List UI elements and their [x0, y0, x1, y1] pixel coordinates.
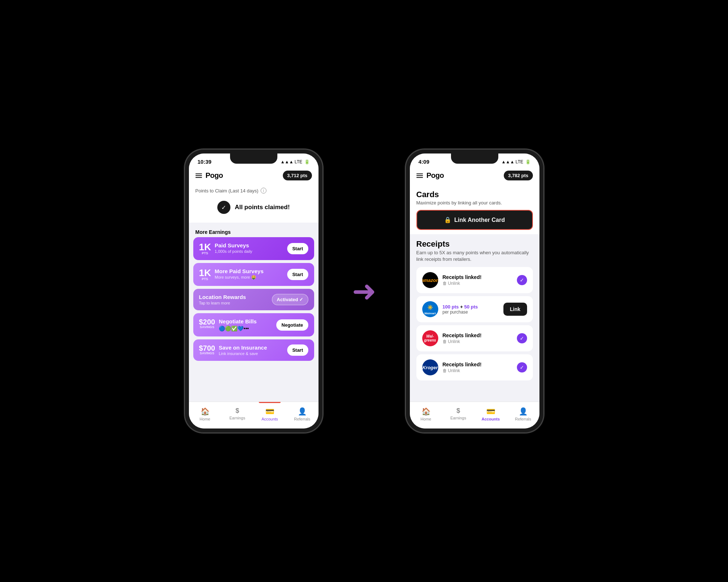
walgreens-logo: Wal-greens — [422, 330, 438, 346]
signal-icon-2: ▲▲▲ LTE — [501, 159, 523, 164]
info-icon: i — [261, 188, 266, 194]
nav-earnings-1[interactable]: $ Earnings — [221, 406, 254, 423]
trash-icon-walgreens: 🗑 — [443, 339, 447, 344]
pts-amount-surveys: 1KPTS — [199, 242, 211, 255]
status-icons-1: ▲▲▲ LTE 🔋 — [280, 159, 309, 164]
phone-1-screen: 10:39 ▲▲▲ LTE 🔋 Pogo 3,712 pts — [189, 154, 318, 428]
home-label-2: Home — [420, 417, 431, 421]
earning-card-more-surveys: 1KPTS More Paid Surveys More surveys, mo… — [193, 263, 314, 286]
earnings-icon-1: $ — [236, 407, 239, 415]
points-section: Points to Claim (Last 14 days) i ✓ All p… — [189, 184, 318, 223]
home-icon-2: 🏠 — [422, 407, 431, 416]
walmart-per: per purchase — [443, 310, 499, 315]
earning-card-location: Location Rewards Tap to learn more Activ… — [193, 289, 314, 310]
amazon-status: Receipts linked! — [443, 274, 513, 280]
kroger-status: Receipts linked! — [443, 362, 513, 367]
earning-card-negotiate: $200SAVINGS Negotiate Bills 🔵🟢✅💙••• Nego… — [193, 313, 314, 336]
kroger-unlink[interactable]: 🗑 Unlink — [443, 368, 513, 373]
bottom-nav-2: 🏠 Home $ Earnings 💳 Accounts 👤 Referrals — [410, 402, 539, 428]
trash-icon-amazon: 🗑 — [443, 281, 447, 286]
menu-icon-1[interactable] — [195, 174, 202, 178]
lock-icon: 🔒 — [444, 216, 451, 223]
earning-card-surveys: 1KPTS Paid Surveys 1,000s of points dail… — [193, 237, 314, 260]
link-card-label: Link Another Card — [454, 217, 505, 223]
app-logo-1: Pogo — [206, 171, 223, 180]
accounts-label-1: Accounts — [261, 417, 278, 421]
walgreens-unlink[interactable]: 🗑 Unlink — [443, 339, 513, 344]
earnings-label-1: Earnings — [229, 416, 245, 420]
kroger-check-badge: ✓ — [517, 362, 527, 372]
status-time-2: 4:09 — [419, 159, 430, 165]
nav-accounts-2[interactable]: 💳 Accounts — [475, 406, 507, 423]
earnings-icon-2: $ — [456, 407, 460, 415]
accounts-label-2: Accounts — [482, 417, 500, 421]
referrals-label-2: Referrals — [515, 417, 531, 421]
walgreens-status: Receipts linked! — [443, 332, 513, 338]
battery-icon-1: 🔋 — [304, 159, 310, 164]
walmart-logo: ✳ Walmart — [422, 301, 438, 317]
trash-icon-kroger: 🗑 — [443, 368, 447, 373]
earning-info-more-surveys: More Paid Surveys More surveys, more 🤑 — [215, 268, 264, 280]
nav-accounts-1[interactable]: 💳 Accounts — [254, 406, 286, 423]
scene: 10:39 ▲▲▲ LTE 🔋 Pogo 3,712 pts — [0, 0, 728, 582]
accounts-icon-1: 💳 — [265, 407, 274, 416]
walgreens-receipt-info: Receipts linked! 🗑 Unlink — [443, 332, 513, 344]
link-another-card-btn[interactable]: 🔒 Link Another Card — [416, 210, 533, 230]
app-header-1: Pogo 3,712 pts — [189, 167, 318, 184]
start-insurance-btn[interactable]: Start — [287, 344, 308, 356]
receipt-item-kroger: Kroger Receipts linked! 🗑 Unlink ✓ — [416, 354, 533, 380]
bottom-nav-1: 🏠 Home $ Earnings 💳 Accounts 👤 Referrals — [189, 402, 318, 428]
points-label: Points to Claim (Last 14 days) i — [195, 188, 312, 194]
savings-amount-insurance: $700SAVINGS — [199, 344, 215, 355]
status-time-1: 10:39 — [198, 159, 211, 165]
savings-icons: 🔵🟢✅💙••• — [219, 326, 257, 331]
more-earnings-label: More Earnings — [189, 226, 318, 237]
claimed-text: All points claimed! — [235, 204, 290, 211]
negotiate-btn[interactable]: Negotiate — [276, 319, 308, 331]
app-logo-2: Pogo — [427, 171, 444, 180]
notch-1 — [230, 154, 277, 164]
check-circle: ✓ — [217, 201, 230, 214]
earning-card-insurance: $700SAVINGS Save on Insurance Link insur… — [193, 339, 314, 361]
kroger-logo: Kroger — [422, 359, 438, 375]
accounts-icon-2: 💳 — [486, 407, 495, 416]
start-surveys-btn[interactable]: Start — [287, 243, 308, 254]
arrow-icon: ➜ — [352, 274, 376, 308]
pts-badge-1: 3,712 pts — [283, 171, 312, 180]
earning-info-surveys: Paid Surveys 1,000s of points daily — [215, 242, 252, 254]
nav-home-1[interactable]: 🏠 Home — [189, 406, 221, 423]
walmart-receipt-info: 100 pts + 50 pts per purchase — [443, 304, 499, 315]
walgreens-check-badge: ✓ — [517, 333, 527, 343]
pts-badge-2: 3,782 pts — [504, 171, 533, 180]
activated-btn[interactable]: Activated ✓ — [272, 294, 308, 305]
referrals-icon-1: 👤 — [298, 407, 307, 416]
walmart-pts: 100 pts + 50 pts — [443, 304, 499, 310]
referrals-icon-2: 👤 — [519, 407, 528, 416]
home-icon-1: 🏠 — [201, 407, 210, 416]
nav-border-accounts — [259, 402, 281, 403]
receipt-item-walmart: ✳ Walmart 100 pts + 50 pts per purchase … — [416, 296, 533, 322]
phone-2-screen: 4:09 ▲▲▲ LTE 🔋 Pogo 3,782 pts — [410, 154, 539, 428]
amazon-logo: amazon — [422, 272, 438, 288]
earning-info-negotiate: Negotiate Bills 🔵🟢✅💙••• — [219, 318, 257, 331]
amazon-receipt-info: Receipts linked! 🗑 Unlink — [443, 274, 513, 286]
nav-referrals-1[interactable]: 👤 Referrals — [286, 406, 318, 423]
arrow-container: ➜ — [352, 274, 376, 308]
kroger-receipt-info: Receipts linked! 🗑 Unlink — [443, 362, 513, 373]
amazon-unlink[interactable]: 🗑 Unlink — [443, 281, 513, 286]
referrals-label-1: Referrals — [294, 417, 310, 421]
nav-referrals-2[interactable]: 👤 Referrals — [507, 406, 539, 423]
menu-icon-2[interactable] — [416, 174, 423, 178]
nav-earnings-2[interactable]: $ Earnings — [442, 406, 475, 423]
app-header-2: Pogo 3,782 pts — [410, 167, 539, 184]
header-left-2: Pogo — [416, 171, 444, 180]
earning-left-surveys: 1KPTS Paid Surveys 1,000s of points dail… — [199, 242, 253, 255]
cards-section: Cards Maximize points by linking all you… — [410, 184, 539, 234]
nav-home-2[interactable]: 🏠 Home — [410, 406, 442, 423]
walmart-link-btn[interactable]: Link — [503, 303, 527, 316]
signal-icon-1: ▲▲▲ LTE — [280, 159, 302, 164]
earning-info-location: Location Rewards Tap to learn more — [199, 294, 246, 305]
start-more-surveys-btn[interactable]: Start — [287, 269, 308, 280]
receipts-title: Receipts — [416, 239, 533, 249]
receipt-item-walgreens: Wal-greens Receipts linked! 🗑 Unlink ✓ — [416, 325, 533, 351]
